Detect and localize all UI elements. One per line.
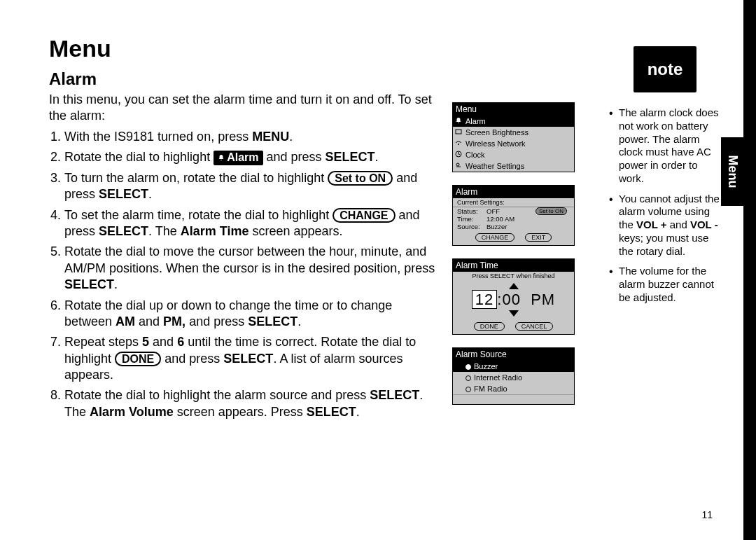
key-select: SELECT: [370, 388, 419, 402]
page-title: Menu: [49, 35, 438, 62]
menu-item-label: Weather Settings: [465, 162, 524, 170]
note-item: You cannot adjust the alarm volume using…: [609, 193, 721, 258]
step-text: To turn the alarm on, rotate the dial to…: [64, 171, 328, 185]
time-key: Time:: [457, 215, 486, 223]
time-row: Time:12:00 AM: [453, 215, 574, 223]
screen-footer: DONE CANCEL: [453, 319, 574, 334]
step-text: To set the alarm time, rotate the dial t…: [64, 208, 332, 222]
minute-field: :00: [497, 291, 521, 308]
clock-icon: [455, 151, 462, 158]
hour-field: 12: [472, 290, 497, 309]
screen-title: Menu: [453, 103, 574, 116]
step-ref: 6: [177, 335, 184, 349]
step-6: Rotate the dial up or down to change the…: [64, 298, 438, 331]
down-arrow-icon: [509, 310, 519, 317]
done-button: DONE: [474, 322, 505, 331]
time-value: 12:00 AM: [486, 215, 570, 223]
screen-title: Alarm: [453, 186, 574, 198]
main-column: Menu Alarm In this menu, you can set the…: [49, 35, 438, 424]
change-pill: CHANGE: [332, 208, 395, 223]
change-button: CHANGE: [475, 233, 515, 242]
bell-icon: [218, 154, 225, 161]
chip-label: Alarm: [227, 151, 258, 163]
note-sidebar: note The alarm clock does not work on ba…: [609, 46, 721, 312]
screen-menu: Menu Alarm Screen Brightness Wireless Ne…: [452, 102, 575, 172]
note-text: and: [667, 219, 690, 230]
menu-item-brightness: Screen Brightness: [453, 127, 574, 138]
set-to-on-button: Set to ON: [536, 207, 567, 215]
weather-icon: [455, 162, 462, 169]
radio-icon: [465, 364, 471, 370]
bell-icon: [455, 117, 462, 124]
manual-page: Menu Alarm In this menu, you can set the…: [0, 0, 742, 540]
step-text: .: [298, 314, 301, 328]
step-3: To turn the alarm on, rotate the dial to…: [64, 170, 438, 203]
menu-item-alarm: Alarm: [453, 116, 574, 127]
note-list: The alarm clock does not work on battery…: [609, 106, 721, 305]
radio-icon: [465, 375, 471, 381]
source-value: Buzzer: [486, 223, 570, 230]
source-item-buzzer: Buzzer: [453, 361, 574, 372]
alarm-chip: Alarm: [214, 151, 262, 165]
menu-item-label: Wireless Network: [465, 139, 526, 148]
step-text: and press: [263, 150, 326, 164]
svg-point-1: [458, 144, 459, 145]
screen-name: Alarm Time: [181, 224, 249, 238]
menu-item-label: Screen Brightness: [465, 128, 528, 137]
vol-minus-key: VOL -: [690, 219, 718, 230]
step-text: and press: [186, 314, 248, 328]
menu-item-label: Clock: [465, 151, 485, 159]
am-label: AM: [115, 314, 135, 328]
current-settings-label: Current Settings:: [453, 198, 574, 207]
step-text: .: [289, 130, 293, 144]
screen-title: Alarm Time: [453, 259, 574, 272]
section-title: Alarm: [49, 69, 438, 89]
step-text: .: [356, 405, 360, 419]
key-select: SELECT: [223, 352, 273, 366]
key-select: SELECT: [99, 187, 148, 201]
step-8: Rotate the dial to highlight the alarm s…: [64, 387, 438, 420]
section-tab: Menu: [721, 137, 743, 206]
radio-icon: [465, 387, 471, 392]
screen-name: Alarm Volume: [90, 405, 174, 419]
screen-alarm-time: Alarm Time Press SELECT when finished 12…: [452, 258, 575, 335]
step-2: Rotate the dial to highlight Alarm and p…: [64, 149, 438, 165]
menu-item-weather: Weather Settings: [453, 160, 574, 172]
steps-list: With the IS9181 turned on, press MENU. R…: [49, 129, 438, 420]
svg-point-3: [456, 163, 459, 166]
vol-plus-key: VOL +: [636, 219, 667, 230]
menu-item-clock: Clock: [453, 149, 574, 160]
note-badge: note: [634, 46, 696, 92]
source-label: FM Radio: [474, 385, 507, 393]
step-text: Rotate the dial to highlight the alarm s…: [64, 388, 370, 402]
brightness-icon: [455, 128, 462, 135]
step-text: Rotate the dial to move the cursor betwe…: [64, 244, 435, 275]
time-display: 12:00 PM: [453, 291, 574, 309]
step-ref: 5: [142, 335, 149, 349]
step-5: Rotate the dial to move the cursor betwe…: [64, 244, 438, 293]
step-1: With the IS9181 turned on, press MENU.: [64, 129, 438, 145]
menu-item-wireless: Wireless Network: [453, 138, 574, 149]
key-select: SELECT: [99, 224, 148, 238]
source-item-internet-radio: Internet Radio: [453, 372, 574, 383]
screen-footer: CHANGE EXIT: [453, 230, 574, 245]
screen-title: Alarm Source: [453, 348, 574, 361]
note-item: The alarm clock does not work on battery…: [609, 106, 721, 186]
source-label: Internet Radio: [474, 373, 522, 382]
hint-text: Press SELECT when finished: [453, 272, 574, 280]
menu-item-label: Alarm: [465, 117, 486, 125]
page-edge: [743, 0, 756, 540]
note-text: keys; you must use the rotary dial.: [619, 232, 708, 257]
step-text: .: [375, 150, 379, 164]
ampm-field: PM: [531, 291, 555, 308]
screen-alarm-source: Alarm Source Buzzer Internet Radio FM Ra…: [452, 347, 575, 405]
wifi-icon: [455, 139, 462, 146]
key-select: SELECT: [64, 277, 114, 291]
source-key: Source:: [457, 223, 486, 230]
key-select: SELECT: [307, 405, 356, 419]
step-7: Repeat steps 5 and 6 until the time is c…: [64, 334, 438, 383]
source-label: Buzzer: [474, 362, 498, 371]
done-pill: DONE: [115, 352, 161, 367]
intro-text: In this menu, you can set the alarm time…: [49, 92, 438, 123]
step-text: .: [148, 187, 152, 201]
